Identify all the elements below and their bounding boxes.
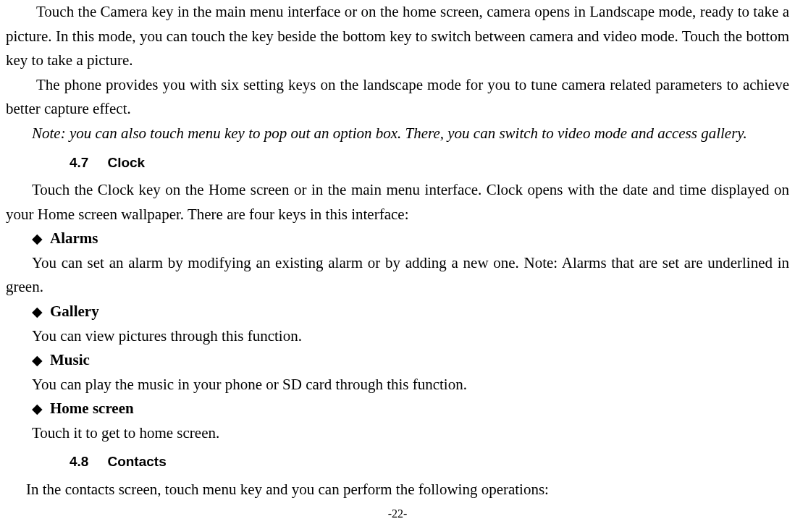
paragraph-contacts-intro: In the contacts screen, touch menu key a… [6,478,789,502]
bullet-item-alarms: ◆ Alarms [32,227,789,251]
bullet-item-gallery: ◆ Gallery [32,300,789,324]
bullet-label: Gallery [50,300,99,324]
diamond-icon: ◆ [32,398,43,420]
paragraph-note: Note: you can also touch menu key to pop… [6,122,789,146]
paragraph-music-text: You can play the music in your phone or … [32,373,789,397]
section-title: Contacts [107,454,166,469]
diamond-icon: ◆ [32,350,43,371]
bullet-item-home: ◆ Home screen [32,397,789,421]
section-heading-clock: 4.7Clock [70,152,789,174]
bullet-label: Music [50,348,90,373]
paragraph-camera-settings: The phone provides you with six setting … [6,73,789,122]
paragraph-alarms-text: You can set an alarm by modifying an exi… [6,251,789,300]
diamond-icon: ◆ [32,301,43,323]
section-number: 4.7 [70,155,88,170]
section-number: 4.8 [70,454,88,469]
bullet-label: Home screen [50,397,134,421]
bullet-item-music: ◆ Music [32,348,789,373]
paragraph-camera-intro: Touch the Camera key in the main menu in… [6,0,789,73]
bullet-label: Alarms [50,227,98,251]
paragraph-gallery-text: You can view pictures through this funct… [32,324,789,349]
page-number: -22- [6,504,789,523]
paragraph-clock-intro: Touch the Clock key on the Home screen o… [6,178,789,227]
section-title: Clock [107,155,145,170]
diamond-icon: ◆ [32,228,43,250]
section-heading-contacts: 4.8Contacts [70,451,789,473]
paragraph-home-text: Touch it to get to home screen. [32,421,789,446]
